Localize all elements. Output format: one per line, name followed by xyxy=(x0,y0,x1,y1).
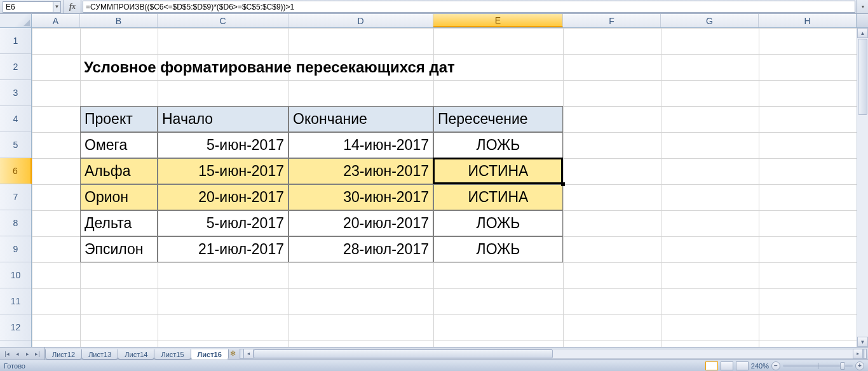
row-header-11[interactable]: 11 xyxy=(0,288,31,314)
sheet-tab-Лист13[interactable]: Лист13 xyxy=(81,349,118,360)
zoom-in-button[interactable]: + xyxy=(855,361,864,370)
row-header-10[interactable]: 10 xyxy=(0,262,31,288)
table-header-2[interactable]: Окончание xyxy=(288,106,433,132)
zoom-percent[interactable]: 240% xyxy=(751,362,769,370)
table-cell-end-3[interactable]: 20-июл-2017 xyxy=(288,210,433,236)
vertical-scrollbar[interactable]: ▲ ▼ xyxy=(857,28,868,347)
sheet-tab-bar: |◂ ◂ ▸ ▸| Лист12Лист13Лист14Лист15Лист16… xyxy=(0,347,868,360)
table-cell-end-0[interactable]: 14-июн-2017 xyxy=(288,132,433,158)
row-header-1[interactable]: 1 xyxy=(0,28,31,54)
table-cell-proj-1[interactable]: Альфа xyxy=(80,158,158,184)
row-header-9[interactable]: 9 xyxy=(0,236,31,262)
formula-input[interactable]: =СУММПРОИЗВ(($C6<=$D$5:$D$9)*($D6>=$C$5:… xyxy=(83,1,855,13)
title-cell[interactable]: Условное форматирование пересекающихся д… xyxy=(80,54,661,80)
name-box-dropdown[interactable]: ▼ xyxy=(53,1,61,13)
tab-nav-prev[interactable]: ◂ xyxy=(13,349,22,358)
scroll-down-button[interactable]: ▼ xyxy=(857,337,868,347)
table-cell-start-4[interactable]: 21-июл-2017 xyxy=(158,236,288,262)
horizontal-scroll-track[interactable] xyxy=(254,349,853,359)
table-cell-inter-4[interactable]: ЛОЖЬ xyxy=(433,236,563,262)
table-cell-inter-3[interactable]: ЛОЖЬ xyxy=(433,210,563,236)
view-normal-button[interactable] xyxy=(705,361,718,370)
table-header-1[interactable]: Начало xyxy=(158,106,288,132)
tab-nav: |◂ ◂ ▸ ▸| xyxy=(0,347,45,360)
column-header-B[interactable]: B xyxy=(80,14,158,27)
table-cell-proj-3[interactable]: Дельта xyxy=(80,210,158,236)
column-header-G[interactable]: G xyxy=(661,14,759,27)
name-box[interactable]: E6 xyxy=(3,1,53,13)
sheet-tab-Лист12[interactable]: Лист12 xyxy=(45,349,82,360)
table-cell-end-2[interactable]: 30-июн-2017 xyxy=(288,184,433,210)
row-header-7[interactable]: 7 xyxy=(0,184,31,210)
row-header-4[interactable]: 4 xyxy=(0,106,31,132)
formula-bar-expand[interactable]: ▾ xyxy=(857,0,868,13)
column-header-scroll-gap xyxy=(857,14,868,27)
row-header-2[interactable]: 2 xyxy=(0,54,31,80)
table-cell-inter-1[interactable]: ИСТИНА xyxy=(433,158,563,184)
column-header-D[interactable]: D xyxy=(288,14,433,27)
scroll-up-button[interactable]: ▲ xyxy=(857,28,868,38)
formula-bar: E6 ▼ fx =СУММПРОИЗВ(($C6<=$D$5:$D$9)*($D… xyxy=(0,0,868,14)
table-cell-end-4[interactable]: 28-июл-2017 xyxy=(288,236,433,262)
sheet-tab-Лист14[interactable]: Лист14 xyxy=(118,349,154,360)
cells-area[interactable]: Условное форматирование пересекающихся д… xyxy=(32,28,868,347)
table-header-0[interactable]: Проект xyxy=(80,106,158,132)
tab-nav-last[interactable]: ▸| xyxy=(33,349,42,358)
column-headers: ABCDEFGH xyxy=(0,14,868,28)
zoom-out-button[interactable]: − xyxy=(771,361,780,370)
vertical-scroll-thumb[interactable] xyxy=(858,39,867,115)
row-header-5[interactable]: 5 xyxy=(0,132,31,158)
column-header-C[interactable]: C xyxy=(158,14,288,27)
table-header-3[interactable]: Пересечение xyxy=(433,106,563,132)
table-cell-inter-0[interactable]: ЛОЖЬ xyxy=(433,132,563,158)
scroll-left-button[interactable]: ◂ xyxy=(243,349,254,359)
hscroll-split-handle[interactable] xyxy=(863,349,867,359)
table-cell-inter-2[interactable]: ИСТИНА xyxy=(433,184,563,210)
column-header-E[interactable]: E xyxy=(433,14,563,27)
zoom-slider-thumb[interactable] xyxy=(840,362,845,370)
table-cell-start-3[interactable]: 5-июл-2017 xyxy=(158,210,288,236)
table-cell-start-1[interactable]: 15-июн-2017 xyxy=(158,158,288,184)
table-cell-proj-4[interactable]: Эпсилон xyxy=(80,236,158,262)
row-header-12[interactable]: 12 xyxy=(0,314,31,341)
row-header-3[interactable]: 3 xyxy=(0,80,31,106)
table-cell-start-2[interactable]: 20-июн-2017 xyxy=(158,184,288,210)
fx-button[interactable]: fx xyxy=(67,1,78,13)
table-cell-end-1[interactable]: 23-июн-2017 xyxy=(288,158,433,184)
view-page-layout-button[interactable] xyxy=(721,361,733,370)
zoom-slider[interactable] xyxy=(783,365,853,367)
select-all-corner[interactable] xyxy=(0,14,32,27)
column-header-A[interactable]: A xyxy=(32,14,80,27)
column-header-F[interactable]: F xyxy=(563,14,661,27)
status-ready: Готово xyxy=(4,362,25,370)
tab-nav-next[interactable]: ▸ xyxy=(23,349,32,358)
sheet-tab-Лист16[interactable]: Лист16 xyxy=(191,349,229,360)
table-cell-proj-0[interactable]: Омега xyxy=(80,132,158,158)
sheet-tab-Лист15[interactable]: Лист15 xyxy=(154,349,191,360)
row-header-8[interactable]: 8 xyxy=(0,210,31,236)
worksheet: ABCDEFGH 123456789101112 Условное формат… xyxy=(0,14,868,347)
column-header-H[interactable]: H xyxy=(759,14,857,27)
insert-sheet-button[interactable]: ✻ xyxy=(228,347,238,360)
table-cell-start-0[interactable]: 5-июн-2017 xyxy=(158,132,288,158)
horizontal-scroll-thumb[interactable] xyxy=(254,349,553,358)
view-page-break-button[interactable] xyxy=(736,361,749,370)
row-headers: 123456789101112 xyxy=(0,28,32,347)
scroll-right-button[interactable]: ▸ xyxy=(853,349,863,359)
tab-nav-first[interactable]: |◂ xyxy=(3,349,11,358)
fill-handle[interactable] xyxy=(561,182,565,186)
table-cell-proj-2[interactable]: Орион xyxy=(80,184,158,210)
status-bar: Готово 240% − + xyxy=(0,360,868,371)
row-header-6[interactable]: 6 xyxy=(0,158,32,184)
